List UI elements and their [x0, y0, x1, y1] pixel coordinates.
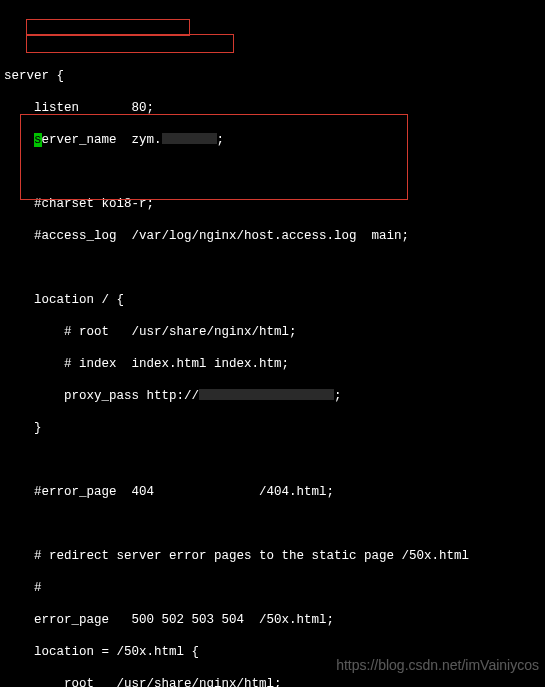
text: ; [334, 389, 342, 403]
code-line: server { [4, 68, 545, 84]
code-line: } [4, 420, 545, 436]
code-line: listen 80; [4, 100, 545, 116]
code-line: error_page 500 502 503 504 /50x.html; [4, 612, 545, 628]
code-line: # index index.html index.htm; [4, 356, 545, 372]
code-line: #access_log /var/log/nginx/host.access.l… [4, 228, 545, 244]
code-line: # root /usr/share/nginx/html; [4, 324, 545, 340]
code-line [4, 516, 545, 532]
code-line [4, 164, 545, 180]
highlight-box-location [20, 114, 408, 200]
code-line: location / { [4, 292, 545, 308]
code-line: proxy_pass http://; [4, 388, 545, 404]
redacted-text [162, 133, 217, 144]
code-line: server_name zym.; [4, 132, 545, 148]
code-line [4, 260, 545, 276]
text: proxy_pass http:// [4, 389, 199, 403]
editor-cursor[interactable]: s [34, 133, 42, 147]
text: erver_name zym. [42, 133, 162, 147]
code-line [4, 452, 545, 468]
code-line: # [4, 580, 545, 596]
redacted-text [199, 389, 334, 400]
code-line: root /usr/share/nginx/html; [4, 676, 545, 687]
highlight-box-servername [26, 34, 234, 53]
code-line: # redirect server error pages to the sta… [4, 548, 545, 564]
code-line: #charset koi8-r; [4, 196, 545, 212]
watermark-text: https://blog.csdn.net/imVainiycos [336, 657, 539, 673]
highlight-box-listen [26, 19, 190, 36]
text: ; [217, 133, 225, 147]
code-line: #error_page 404 /404.html; [4, 484, 545, 500]
text [4, 133, 34, 147]
